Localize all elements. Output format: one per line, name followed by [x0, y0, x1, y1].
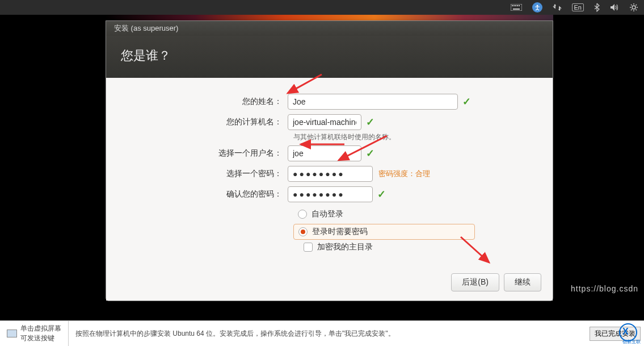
vm-message: 按照在物理计算机中的步骤安装 Ubuntu 64 位。安装完成后，操作系统会进行…: [69, 329, 590, 339]
check-icon: ✓: [377, 188, 386, 201]
back-button[interactable]: 后退(B): [451, 273, 499, 291]
svg-marker-8: [554, 4, 556, 6]
accessibility-icon[interactable]: [532, 2, 542, 12]
check-icon: ✓: [366, 116, 374, 128]
svg-rect-3: [515, 5, 516, 6]
checkbox-icon: [304, 243, 313, 252]
volume-icon[interactable]: [610, 3, 619, 11]
svg-rect-0: [511, 4, 522, 11]
keyboard-icon[interactable]: [511, 4, 522, 11]
svg-rect-1: [512, 5, 513, 6]
password-strength: 密码强度：合理: [378, 169, 430, 179]
confirm-password-label: 确认您的密码：: [129, 189, 288, 199]
checkbox-encrypt-home[interactable]: 加密我的主目录: [304, 242, 530, 252]
svg-rect-4: [517, 5, 518, 6]
form-area: 您的姓名： ✓ 您的计算机名： ✓ 与其他计算机联络时使用的名称。 选择一个用户…: [106, 78, 553, 301]
svg-point-11: [632, 6, 635, 9]
svg-rect-2: [513, 5, 515, 6]
window-title: 安装 (as superuser): [114, 23, 178, 34]
password-input[interactable]: ●●●●●●●●: [288, 166, 373, 182]
svg-rect-5: [519, 5, 520, 6]
radio-icon: [298, 210, 307, 219]
host-input[interactable]: [288, 114, 361, 130]
watermark-text: https://blog.csdn: [571, 284, 638, 293]
vm-hint-line2: 可发送按键: [20, 334, 61, 343]
network-icon[interactable]: [553, 3, 562, 11]
username-label: 选择一个用户名：: [129, 148, 288, 159]
heading-area: 您是谁？: [106, 36, 553, 78]
confirm-password-input[interactable]: ●●●●●●●●: [288, 186, 373, 202]
radio-require-label: 登录时需要密码: [312, 227, 368, 237]
svg-rect-6: [513, 9, 520, 10]
vm-bottom-bar: 单击虚拟屏幕 可发送按键 按照在物理计算机中的步骤安装 Ubuntu 64 位。…: [0, 320, 644, 346]
window-titlebar: 安装 (as superuser): [106, 21, 553, 36]
window-gradient-bar: [106, 15, 553, 20]
host-label: 您的计算机名：: [129, 117, 288, 127]
radio-require-password[interactable]: 登录时需要密码: [293, 224, 475, 240]
name-input[interactable]: [288, 94, 458, 110]
username-input[interactable]: [288, 145, 361, 161]
checkbox-encrypt-label: 加密我的主目录: [317, 242, 373, 252]
radio-auto-login[interactable]: 自动登录: [293, 207, 530, 222]
page-heading: 您是谁？: [121, 47, 538, 64]
check-icon: ✓: [462, 95, 471, 108]
password-label: 选择一个密码：: [129, 169, 288, 179]
brand-logo-text: 创新互联: [622, 339, 641, 345]
installer-window: 安装 (as superuser) 您是谁？ 您的姓名： ✓ 您的计算机名： ✓…: [106, 20, 553, 301]
svg-marker-10: [611, 4, 614, 11]
vm-hint-line1: 单击虚拟屏幕: [20, 324, 61, 334]
vm-hint-box: 单击虚拟屏幕 可发送按键: [0, 321, 69, 346]
language-indicator[interactable]: En: [572, 3, 584, 11]
host-hint: 与其他计算机联络时使用的名称。: [293, 132, 530, 142]
system-topbar: En: [0, 0, 644, 15]
bluetooth-icon[interactable]: [594, 3, 600, 12]
radio-icon: [298, 227, 308, 236]
svg-point-7: [536, 5, 538, 7]
check-icon: ✓: [366, 147, 374, 160]
gear-icon[interactable]: [629, 3, 638, 12]
svg-marker-9: [558, 9, 561, 11]
continue-button[interactable]: 继续: [504, 273, 541, 291]
radio-auto-label: 自动登录: [312, 209, 343, 219]
name-label: 您的姓名：: [129, 97, 288, 107]
monitor-icon: [7, 330, 17, 337]
